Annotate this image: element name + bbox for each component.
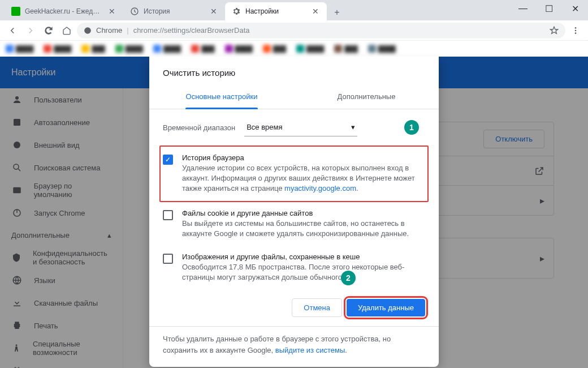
- reload-button[interactable]: [41, 23, 57, 38]
- settings-icon: [232, 7, 241, 16]
- bookmark-star-icon[interactable]: [550, 26, 559, 35]
- tab-title: GeekHacker.ru - Ежедневный ж: [25, 7, 103, 15]
- browser-tab-active[interactable]: Настройки ✕: [225, 2, 327, 20]
- window-minimize-button[interactable]: —: [510, 0, 536, 17]
- svg-point-1: [84, 27, 91, 34]
- forward-button[interactable]: [23, 23, 38, 38]
- check-item-cookies[interactable]: Файлы cookie и другие данные сайтов Вы в…: [161, 202, 427, 246]
- chrome-icon: [84, 27, 92, 35]
- cancel-button[interactable]: Отмена: [292, 298, 342, 317]
- url-prefix: Chrome: [96, 26, 122, 35]
- dialog-footer: Чтобы удалить данные о работе в браузере…: [149, 326, 439, 367]
- clear-data-button[interactable]: Удалить данные: [347, 299, 425, 316]
- browser-tab[interactable]: История ✕: [123, 2, 225, 20]
- close-icon[interactable]: ✕: [209, 7, 218, 16]
- callout-2: 2: [341, 271, 356, 285]
- checkbox-checked[interactable]: ✓: [163, 155, 173, 165]
- tab-title: История: [144, 7, 205, 15]
- check-desc: Освободится 17,8 МБ пространства. После …: [182, 262, 425, 283]
- tab-advanced[interactable]: Дополнительные: [294, 84, 439, 109]
- window-close-button[interactable]: ✕: [562, 0, 588, 17]
- dialog-tabs: Основные настройки Дополнительные: [149, 84, 439, 109]
- svg-point-2: [575, 27, 577, 29]
- chevron-down-icon: ▾: [351, 123, 355, 131]
- bookmarks-bar: ████ ████ ███ ████ ████ ███ ████ ███ ███…: [0, 41, 588, 57]
- check-title: История браузера: [182, 153, 425, 162]
- check-item-cache[interactable]: Изображения и другие файлы, сохраненные …: [161, 246, 427, 289]
- check-item-history[interactable]: ✓ История браузера Удаление истории со в…: [159, 146, 429, 202]
- window-maximize-button[interactable]: ☐: [536, 0, 562, 17]
- dialog-title: Очистить историю: [149, 57, 439, 84]
- time-range-label: Временной диапазон: [163, 123, 235, 132]
- signout-link[interactable]: выйдите из системы: [275, 346, 345, 354]
- home-button[interactable]: [59, 23, 75, 38]
- browser-tab[interactable]: GeekHacker.ru - Ежедневный ж ✕: [5, 2, 123, 20]
- tab-strip: GeekHacker.ru - Ежедневный ж ✕ История ✕…: [0, 0, 588, 20]
- close-icon[interactable]: ✕: [311, 7, 320, 16]
- check-desc: Удаление истории со всех устройств, на к…: [182, 163, 425, 194]
- history-icon: [130, 7, 139, 16]
- clear-data-dialog: Очистить историю Основные настройки Допо…: [149, 57, 439, 367]
- address-bar[interactable]: Chrome | chrome://settings/clearBrowserD…: [77, 23, 565, 38]
- url-path: chrome://settings/clearBrowserData: [133, 26, 250, 35]
- back-button[interactable]: [5, 23, 20, 38]
- checkbox[interactable]: [163, 254, 173, 264]
- check-title: Файлы cookie и другие данные сайтов: [182, 209, 425, 217]
- favicon-icon: [11, 7, 20, 16]
- myactivity-link[interactable]: myactivity.google.com: [284, 184, 356, 192]
- checkbox[interactable]: [163, 210, 173, 220]
- close-icon[interactable]: ✕: [107, 7, 116, 16]
- time-range-dropdown[interactable]: Все время ▾: [244, 118, 357, 136]
- new-tab-button[interactable]: +: [329, 5, 345, 20]
- svg-point-3: [575, 29, 577, 31]
- check-title: Изображения и другие файлы, сохраненные …: [182, 253, 425, 261]
- toolbar: Chrome | chrome://settings/clearBrowserD…: [0, 20, 588, 41]
- check-desc: Вы выйдете из системы на большинстве сай…: [182, 219, 425, 239]
- svg-point-4: [575, 32, 577, 34]
- menu-button[interactable]: [568, 23, 583, 38]
- callout-1: 1: [404, 120, 419, 135]
- tab-basic[interactable]: Основные настройки: [149, 84, 294, 109]
- tab-title: Настройки: [245, 7, 306, 15]
